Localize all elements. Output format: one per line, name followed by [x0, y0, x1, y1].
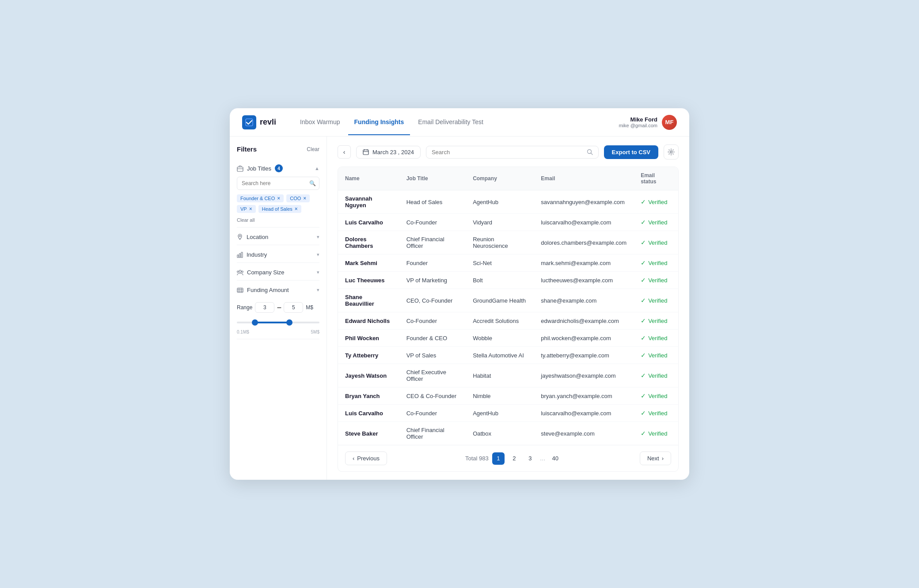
user-name: Mike Ford [619, 116, 657, 123]
cell-job-title: Co-Founder [399, 312, 466, 330]
cell-job-title: Co-Founder [399, 214, 466, 231]
tab-funding-insights[interactable]: Funding Insights [348, 110, 410, 135]
col-name: Name [338, 167, 399, 190]
tag-founder-ceo-close[interactable]: × [277, 196, 280, 201]
prev-chevron: ‹ [353, 455, 354, 462]
tag-coo-close[interactable]: × [303, 196, 306, 201]
funding-slider[interactable] [237, 318, 319, 327]
logo-text: revli [260, 118, 276, 127]
date-button[interactable]: March 23 , 2024 [356, 146, 421, 159]
page-1-button[interactable]: 1 [492, 452, 505, 465]
cell-name: Luis Carvalho [338, 405, 399, 422]
data-table: Name Job Title Company Email Email statu… [338, 167, 678, 445]
slider-max-label: 5M$ [311, 330, 319, 334]
tab-inbox-warmup[interactable]: Inbox Warmup [294, 110, 346, 135]
main-search-input[interactable] [432, 149, 583, 156]
page-40-button[interactable]: 40 [549, 452, 562, 465]
status-badge: Verified [648, 318, 667, 324]
main-search-icon [587, 149, 593, 155]
industry-label: Industry [247, 251, 267, 258]
funding-amount-header[interactable]: Funding Amount ▾ [237, 282, 319, 298]
funding-range: Range – M$ 0.1M$ [237, 298, 319, 339]
cell-email-status: ✓ Verified [634, 364, 678, 387]
next-button[interactable]: Next › [640, 451, 671, 465]
table-row: Steve Baker Chief Financial Officer Oatb… [338, 422, 678, 445]
funding-amount-label: Funding Amount [247, 287, 289, 293]
table-row: Edward Nicholls Co-Founder Accredit Solu… [338, 312, 678, 330]
cell-company: AgentHub [466, 405, 534, 422]
cell-email-status: ✓ Verified [634, 405, 678, 422]
cell-job-title: Founder [399, 254, 466, 272]
svg-point-3 [239, 235, 241, 237]
location-header[interactable]: Location ▾ [237, 229, 319, 245]
range-max-input[interactable] [284, 302, 303, 313]
status-badge: Verified [648, 199, 667, 205]
previous-button[interactable]: ‹ Previous [345, 451, 387, 465]
tag-head-of-sales-close[interactable]: × [295, 206, 298, 212]
table-body: Savannah Nguyen Head of Sales AgentHub s… [338, 190, 678, 445]
total-label: Total 983 [465, 455, 489, 462]
cell-company: Wobble [466, 330, 534, 347]
job-titles-search-box: 🔍 [237, 177, 319, 190]
pagination-center: Total 983 1 2 3 … 40 [465, 452, 562, 465]
funding-amount-title: Funding Amount [237, 287, 289, 293]
search-icon: 🔍 [309, 180, 316, 186]
tags-container: Founder & CEO × COO × VP × Head of Sales… [237, 194, 319, 213]
cell-email: edwardnicholis@example.com [534, 312, 634, 330]
status-badge: Verified [648, 239, 667, 246]
avatar: MF [662, 115, 677, 130]
cell-email-status: ✓ Verified [634, 190, 678, 214]
previous-label: Previous [357, 455, 380, 462]
cell-job-title: Head of Sales [399, 190, 466, 214]
clear-all-button[interactable]: Clear all [237, 217, 254, 223]
export-csv-button[interactable]: Export to CSV [604, 145, 658, 159]
slider-track [237, 322, 319, 323]
briefcase-icon [237, 165, 243, 172]
prev-date-button[interactable]: ‹ [338, 145, 351, 159]
cell-job-title: CEO & Co-Founder [399, 387, 466, 405]
clear-button[interactable]: Clear [307, 146, 319, 152]
cell-email-status: ✓ Verified [634, 422, 678, 445]
header: revli Inbox Warmup Funding Insights Emai… [230, 108, 689, 137]
status-badge: Verified [648, 430, 667, 437]
job-titles-header[interactable]: Job Titles 4 ▲ [237, 160, 319, 177]
slider-thumb-left[interactable] [252, 319, 258, 326]
gear-icon [668, 148, 675, 156]
job-titles-search-input[interactable] [237, 177, 319, 190]
table-row: Shane Beauvillier CEO, Co-Founder Ground… [338, 289, 678, 312]
cell-email: luiscarvalho@example.com [534, 214, 634, 231]
industry-header[interactable]: Industry ▾ [237, 247, 319, 262]
page-2-button[interactable]: 2 [508, 452, 520, 465]
tag-vp-close[interactable]: × [249, 206, 252, 212]
page-3-button[interactable]: 3 [524, 452, 536, 465]
tab-email-deliverability[interactable]: Email Deliverability Test [412, 110, 490, 135]
company-size-header[interactable]: Company Size ▾ [237, 265, 319, 280]
cell-name: Jayesh Watson [338, 364, 399, 387]
verified-check-icon: ✓ [641, 392, 646, 399]
cell-email: luctheeuwes@example.com [534, 272, 634, 289]
slider-min-label: 0.1M$ [237, 330, 249, 334]
slider-thumb-right[interactable] [286, 319, 292, 326]
verified-check-icon: ✓ [641, 334, 646, 341]
cell-email: shane@example.com [534, 289, 634, 312]
cell-company: Nimble [466, 387, 534, 405]
cell-company: Reunion Neuroscience [466, 231, 534, 254]
status-badge: Verified [648, 335, 667, 341]
table-row: Ty Atteberry VP of Sales Stella Automoti… [338, 347, 678, 364]
tag-founder-ceo: Founder & CEO × [237, 194, 284, 202]
status-badge: Verified [648, 219, 667, 226]
tag-vp-label: VP [240, 206, 247, 212]
location-title: Location [237, 234, 268, 240]
range-unit: M$ [306, 304, 313, 311]
cell-job-title: Founder & CEO [399, 330, 466, 347]
cell-email: dolores.chambers@example.com [534, 231, 634, 254]
status-badge: Verified [648, 410, 667, 417]
location-chevron: ▾ [317, 234, 319, 240]
cell-name: Phil Wocken [338, 330, 399, 347]
industry-icon [237, 252, 243, 258]
col-company: Company [466, 167, 534, 190]
settings-button[interactable] [664, 144, 679, 159]
cell-email: savannahnguyen@example.com [534, 190, 634, 214]
svg-line-20 [591, 153, 592, 155]
range-min-input[interactable] [255, 302, 274, 313]
